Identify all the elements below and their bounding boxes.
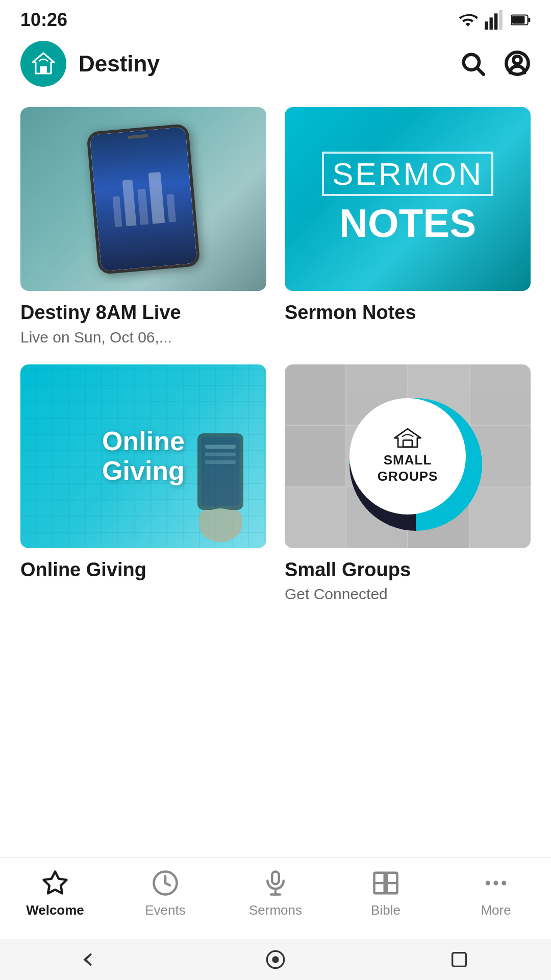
app-header: Destiny	[0, 36, 551, 92]
nav-label-more: More	[481, 902, 511, 918]
svg-rect-8	[40, 66, 47, 74]
svg-rect-3	[499, 10, 503, 30]
svg-line-10	[478, 68, 484, 74]
nav-label-sermons: Sermons	[249, 902, 302, 918]
header-actions	[459, 50, 531, 78]
svg-rect-1	[490, 17, 493, 30]
card-title-destiny-live: Destiny 8AM Live	[20, 301, 266, 325]
card-image-online-giving: Online Giving	[20, 364, 266, 548]
sermon-notes-graphic: SERMON NOTES	[322, 152, 493, 247]
clock-icon	[152, 869, 179, 897]
card-destiny-live[interactable]: Destiny 8AM Live Live on Sun, Oct 06,...	[20, 107, 266, 346]
nav-item-more[interactable]: More	[441, 869, 551, 918]
card-grid: Destiny 8AM Live Live on Sun, Oct 06,...…	[20, 107, 531, 603]
svg-rect-17	[205, 460, 236, 464]
card-image-small-groups: SMALL GROUPS	[285, 364, 531, 548]
card-image-destiny-live	[20, 107, 266, 291]
svg-rect-2	[494, 13, 497, 30]
svg-rect-5	[528, 18, 530, 22]
card-subtitle-destiny-live: Live on Sun, Oct 06,...	[20, 329, 266, 346]
small-groups-badge: SMALL GROUPS	[349, 398, 466, 514]
small-groups-label: SMALL GROUPS	[378, 452, 438, 484]
home-icon	[265, 949, 286, 970]
android-recents-button[interactable]	[444, 944, 474, 975]
svg-rect-16	[205, 452, 236, 456]
svg-rect-39	[453, 953, 466, 967]
profile-button[interactable]	[504, 50, 531, 78]
nav-item-events[interactable]: Events	[110, 869, 220, 918]
header-brand: Destiny	[20, 41, 160, 87]
app-title: Destiny	[79, 51, 160, 77]
svg-point-38	[272, 956, 279, 963]
card-title-small-groups: Small Groups	[285, 558, 531, 582]
android-nav	[0, 939, 551, 980]
status-icons	[458, 10, 531, 30]
svg-point-35	[502, 881, 506, 886]
svg-point-12	[513, 56, 521, 63]
nav-item-bible[interactable]: Bible	[331, 869, 441, 918]
battery-icon	[511, 10, 531, 30]
signal-icon	[485, 10, 504, 30]
nav-icon-sermons	[261, 869, 290, 897]
card-title-sermon-notes: Sermon Notes	[285, 301, 531, 325]
svg-marker-36	[83, 953, 98, 966]
card-image-sermon-notes: SERMON NOTES	[285, 107, 531, 291]
bottom-nav: Welcome Events Sermons	[0, 857, 551, 939]
svg-rect-19	[199, 510, 242, 533]
nav-icon-bible	[371, 869, 400, 897]
profile-icon	[504, 50, 531, 77]
giving-content: Online Giving	[92, 416, 195, 495]
android-home-button[interactable]	[260, 944, 291, 975]
search-icon	[459, 50, 486, 77]
nav-label-bible: Bible	[371, 902, 400, 918]
svg-rect-21	[403, 440, 412, 447]
svg-point-33	[486, 881, 490, 886]
card-small-groups[interactable]: SMALL GROUPS Small Groups Get Connected	[285, 364, 531, 603]
main-content: Destiny 8AM Live Live on Sun, Oct 06,...…	[0, 92, 551, 684]
svg-rect-6	[512, 16, 524, 24]
svg-rect-0	[485, 21, 488, 30]
mic-icon	[262, 869, 289, 897]
back-icon	[82, 949, 102, 970]
dots-icon	[482, 869, 510, 897]
card-sermon-notes[interactable]: SERMON NOTES Sermon Notes	[285, 107, 531, 346]
svg-marker-20	[394, 429, 420, 448]
card-subtitle-small-groups: Get Connected	[285, 585, 531, 603]
svg-rect-24	[272, 872, 279, 885]
search-button[interactable]	[459, 50, 486, 78]
star-icon	[41, 869, 69, 897]
nav-item-welcome[interactable]: Welcome	[0, 869, 110, 918]
phone-mockup	[86, 124, 201, 275]
recents-icon	[449, 949, 469, 970]
svg-marker-22	[44, 872, 67, 894]
android-back-button[interactable]	[77, 944, 107, 975]
svg-point-34	[494, 881, 498, 886]
card-title-online-giving: Online Giving	[20, 558, 266, 582]
logo-icon	[30, 50, 57, 78]
nav-icon-more	[482, 869, 510, 897]
status-bar: 10:26	[0, 0, 551, 36]
svg-rect-15	[205, 445, 236, 449]
nav-label-welcome: Welcome	[26, 902, 84, 918]
nav-icon-events	[151, 869, 180, 897]
small-groups-inner: SMALL GROUPS	[349, 398, 466, 514]
nav-icon-welcome	[41, 869, 69, 897]
card-online-giving[interactable]: Online Giving Online Giving	[20, 364, 266, 603]
small-groups-logo-icon	[392, 428, 423, 448]
app-logo[interactable]	[20, 41, 66, 87]
book-icon	[372, 869, 399, 897]
wifi-icon	[458, 10, 478, 30]
nav-label-events: Events	[145, 902, 186, 918]
status-time: 10:26	[20, 9, 67, 31]
nav-item-sermons[interactable]: Sermons	[220, 869, 331, 918]
